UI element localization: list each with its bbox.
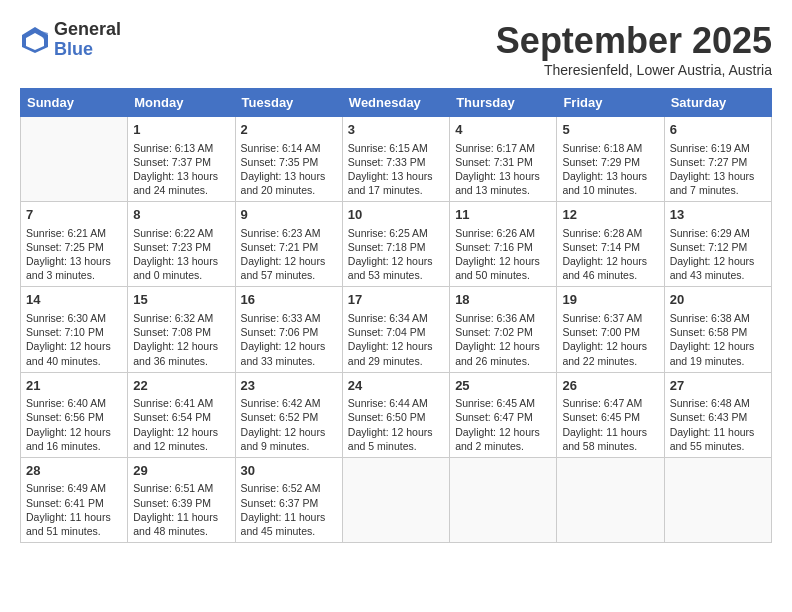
- calendar-cell: 22Sunrise: 6:41 AMSunset: 6:54 PMDayligh…: [128, 372, 235, 457]
- calendar-cell: 2Sunrise: 6:14 AMSunset: 7:35 PMDaylight…: [235, 117, 342, 202]
- daylight-text: Daylight: 12 hours: [241, 339, 337, 353]
- daylight-text: and 24 minutes.: [133, 183, 229, 197]
- sunset-text: Sunset: 7:25 PM: [26, 240, 122, 254]
- daylight-text: Daylight: 12 hours: [133, 339, 229, 353]
- sunrise-text: Sunrise: 6:13 AM: [133, 141, 229, 155]
- daylight-text: Daylight: 11 hours: [26, 510, 122, 524]
- daylight-text: and 50 minutes.: [455, 268, 551, 282]
- day-number: 15: [133, 291, 229, 309]
- sunset-text: Sunset: 7:06 PM: [241, 325, 337, 339]
- calendar-cell: 10Sunrise: 6:25 AMSunset: 7:18 PMDayligh…: [342, 202, 449, 287]
- daylight-text: and 55 minutes.: [670, 439, 766, 453]
- calendar-cell: 7Sunrise: 6:21 AMSunset: 7:25 PMDaylight…: [21, 202, 128, 287]
- sunset-text: Sunset: 7:31 PM: [455, 155, 551, 169]
- daylight-text: and 51 minutes.: [26, 524, 122, 538]
- sunset-text: Sunset: 7:27 PM: [670, 155, 766, 169]
- sunrise-text: Sunrise: 6:41 AM: [133, 396, 229, 410]
- daylight-text: Daylight: 13 hours: [562, 169, 658, 183]
- sunset-text: Sunset: 6:58 PM: [670, 325, 766, 339]
- daylight-text: and 20 minutes.: [241, 183, 337, 197]
- sunset-text: Sunset: 6:52 PM: [241, 410, 337, 424]
- day-header-thursday: Thursday: [450, 89, 557, 117]
- day-number: 16: [241, 291, 337, 309]
- calendar-header-row: SundayMondayTuesdayWednesdayThursdayFrid…: [21, 89, 772, 117]
- daylight-text: Daylight: 11 hours: [670, 425, 766, 439]
- sunrise-text: Sunrise: 6:22 AM: [133, 226, 229, 240]
- day-number: 6: [670, 121, 766, 139]
- calendar-cell: 19Sunrise: 6:37 AMSunset: 7:00 PMDayligh…: [557, 287, 664, 372]
- calendar-cell: 18Sunrise: 6:36 AMSunset: 7:02 PMDayligh…: [450, 287, 557, 372]
- sunrise-text: Sunrise: 6:48 AM: [670, 396, 766, 410]
- sunset-text: Sunset: 7:00 PM: [562, 325, 658, 339]
- daylight-text: Daylight: 12 hours: [348, 254, 444, 268]
- sunset-text: Sunset: 7:18 PM: [348, 240, 444, 254]
- daylight-text: Daylight: 12 hours: [562, 254, 658, 268]
- sunrise-text: Sunrise: 6:15 AM: [348, 141, 444, 155]
- sunrise-text: Sunrise: 6:29 AM: [670, 226, 766, 240]
- calendar-cell: [557, 457, 664, 542]
- sunrise-text: Sunrise: 6:34 AM: [348, 311, 444, 325]
- calendar-cell: 20Sunrise: 6:38 AMSunset: 6:58 PMDayligh…: [664, 287, 771, 372]
- calendar-cell: 12Sunrise: 6:28 AMSunset: 7:14 PMDayligh…: [557, 202, 664, 287]
- day-number: 29: [133, 462, 229, 480]
- sunrise-text: Sunrise: 6:38 AM: [670, 311, 766, 325]
- daylight-text: Daylight: 12 hours: [348, 425, 444, 439]
- daylight-text: Daylight: 12 hours: [670, 254, 766, 268]
- sunrise-text: Sunrise: 6:25 AM: [348, 226, 444, 240]
- calendar-cell: 3Sunrise: 6:15 AMSunset: 7:33 PMDaylight…: [342, 117, 449, 202]
- sunrise-text: Sunrise: 6:14 AM: [241, 141, 337, 155]
- daylight-text: and 7 minutes.: [670, 183, 766, 197]
- day-number: 13: [670, 206, 766, 224]
- day-number: 23: [241, 377, 337, 395]
- daylight-text: Daylight: 13 hours: [241, 169, 337, 183]
- sunset-text: Sunset: 7:16 PM: [455, 240, 551, 254]
- day-number: 27: [670, 377, 766, 395]
- calendar-cell: 26Sunrise: 6:47 AMSunset: 6:45 PMDayligh…: [557, 372, 664, 457]
- daylight-text: Daylight: 12 hours: [670, 339, 766, 353]
- sunrise-text: Sunrise: 6:18 AM: [562, 141, 658, 155]
- sunrise-text: Sunrise: 6:45 AM: [455, 396, 551, 410]
- daylight-text: Daylight: 12 hours: [241, 254, 337, 268]
- sunrise-text: Sunrise: 6:51 AM: [133, 481, 229, 495]
- calendar-cell: 15Sunrise: 6:32 AMSunset: 7:08 PMDayligh…: [128, 287, 235, 372]
- sunset-text: Sunset: 6:41 PM: [26, 496, 122, 510]
- daylight-text: and 10 minutes.: [562, 183, 658, 197]
- daylight-text: Daylight: 11 hours: [133, 510, 229, 524]
- calendar-week-row: 28Sunrise: 6:49 AMSunset: 6:41 PMDayligh…: [21, 457, 772, 542]
- day-header-wednesday: Wednesday: [342, 89, 449, 117]
- sunrise-text: Sunrise: 6:52 AM: [241, 481, 337, 495]
- day-number: 3: [348, 121, 444, 139]
- calendar-cell: [450, 457, 557, 542]
- calendar-cell: 24Sunrise: 6:44 AMSunset: 6:50 PMDayligh…: [342, 372, 449, 457]
- sunset-text: Sunset: 7:23 PM: [133, 240, 229, 254]
- day-header-tuesday: Tuesday: [235, 89, 342, 117]
- sunrise-text: Sunrise: 6:32 AM: [133, 311, 229, 325]
- sunset-text: Sunset: 6:43 PM: [670, 410, 766, 424]
- daylight-text: Daylight: 12 hours: [133, 425, 229, 439]
- sunset-text: Sunset: 7:14 PM: [562, 240, 658, 254]
- sunrise-text: Sunrise: 6:26 AM: [455, 226, 551, 240]
- daylight-text: Daylight: 12 hours: [26, 339, 122, 353]
- calendar-cell: 11Sunrise: 6:26 AMSunset: 7:16 PMDayligh…: [450, 202, 557, 287]
- sunset-text: Sunset: 7:02 PM: [455, 325, 551, 339]
- daylight-text: and 16 minutes.: [26, 439, 122, 453]
- day-number: 4: [455, 121, 551, 139]
- sunrise-text: Sunrise: 6:30 AM: [26, 311, 122, 325]
- sunset-text: Sunset: 7:04 PM: [348, 325, 444, 339]
- calendar-week-row: 7Sunrise: 6:21 AMSunset: 7:25 PMDaylight…: [21, 202, 772, 287]
- sunset-text: Sunset: 6:37 PM: [241, 496, 337, 510]
- daylight-text: and 29 minutes.: [348, 354, 444, 368]
- daylight-text: Daylight: 13 hours: [133, 169, 229, 183]
- day-number: 1: [133, 121, 229, 139]
- daylight-text: and 5 minutes.: [348, 439, 444, 453]
- day-header-monday: Monday: [128, 89, 235, 117]
- day-header-friday: Friday: [557, 89, 664, 117]
- day-number: 9: [241, 206, 337, 224]
- calendar-cell: [342, 457, 449, 542]
- daylight-text: and 19 minutes.: [670, 354, 766, 368]
- calendar-week-row: 21Sunrise: 6:40 AMSunset: 6:56 PMDayligh…: [21, 372, 772, 457]
- calendar-table: SundayMondayTuesdayWednesdayThursdayFrid…: [20, 88, 772, 543]
- calendar-cell: 27Sunrise: 6:48 AMSunset: 6:43 PMDayligh…: [664, 372, 771, 457]
- calendar-week-row: 14Sunrise: 6:30 AMSunset: 7:10 PMDayligh…: [21, 287, 772, 372]
- daylight-text: and 0 minutes.: [133, 268, 229, 282]
